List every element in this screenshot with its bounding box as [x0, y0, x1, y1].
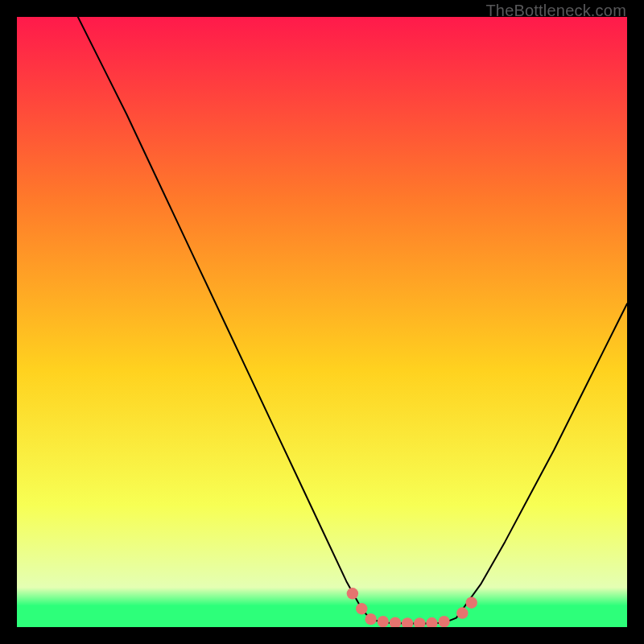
heat-background	[17, 17, 627, 627]
bottleneck-chart	[17, 17, 627, 627]
marker-point	[438, 616, 449, 627]
marker-point	[456, 607, 468, 618]
marker-point	[347, 588, 358, 599]
marker-point	[356, 603, 367, 614]
marker-point	[365, 613, 376, 625]
marker-point	[378, 616, 389, 627]
chart-stage: TheBottleneck.com	[0, 0, 644, 644]
marker-point	[466, 597, 477, 608]
watermark-text: TheBottleneck.com	[485, 2, 626, 20]
